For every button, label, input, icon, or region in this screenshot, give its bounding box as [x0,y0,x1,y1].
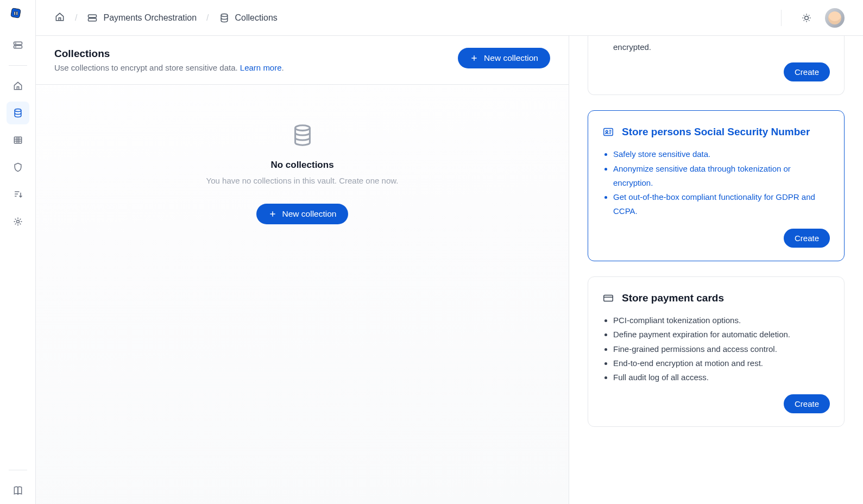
bullet: Get out-of-the-box compliant functionali… [613,190,830,219]
svg-point-6 [15,47,16,47]
nav-item-home[interactable] [7,74,29,97]
empty-state-icon [290,123,315,150]
card-title: Store payment cards [622,290,724,306]
nav-item-vault[interactable] [7,34,29,56]
create-button[interactable]: Create [784,229,830,248]
empty-state: No collections You have no collections i… [36,85,569,504]
button-label: New collection [282,209,337,219]
learn-more-link[interactable]: Learn more [240,63,282,72]
main-panel: Collections Use collections to encrypt a… [36,36,569,504]
nav-divider [9,65,27,66]
new-collection-button[interactable]: New collection [458,48,550,68]
svg-rect-11 [89,18,97,21]
svg-rect-10 [89,15,97,17]
svg-point-7 [15,109,21,112]
nav-item-collections[interactable] [7,102,29,124]
table-icon [12,135,23,146]
create-button[interactable]: Create [784,394,830,413]
nav-item-queries[interactable] [7,183,29,206]
svg-rect-8 [14,137,21,143]
book-icon [12,485,23,496]
id-card-icon [602,126,614,138]
bullet: PCI-compliant tokenization options. [613,313,830,327]
app-logo[interactable] [10,8,26,23]
bullet: Fine-grained permissions and access cont… [613,342,830,356]
breadcrumb-sep: / [206,13,209,23]
breadcrumb-sep: / [75,13,77,23]
server-icon [87,12,98,23]
right-panel: encrypted. Create Store persons Social S… [569,36,863,504]
svg-rect-17 [604,295,613,301]
create-button[interactable]: Create [784,62,830,81]
svg-point-13 [805,16,809,20]
plus-icon [470,54,478,62]
template-card-partial: encrypted. Create [588,36,845,95]
card-fragment-text: encrypted. [613,42,830,52]
topbar: / Payments Orchestration / Collections [36,0,863,36]
empty-state-title: No collections [270,160,333,171]
svg-rect-0 [10,8,21,18]
bullet: Full audit log of all access. [613,370,830,385]
svg-point-14 [295,125,310,131]
svg-rect-1 [14,11,16,15]
nav-divider-bottom [9,470,27,470]
breadcrumbs: / Payments Orchestration / Collections [54,11,278,24]
credit-card-icon [602,292,614,304]
page-title: Collections [54,48,447,60]
breadcrumb-collections[interactable]: Collections [219,12,278,23]
database-icon [219,12,230,23]
filter-sort-icon [12,189,23,200]
sun-icon [801,12,812,23]
button-label: Create [795,399,819,408]
breadcrumb-orchestration[interactable]: Payments Orchestration [87,12,197,23]
bullet: Safely store sensitive data. [613,147,830,161]
breadcrumb-label: Payments Orchestration [103,13,197,23]
avatar-face [828,11,841,24]
new-collection-button-empty[interactable]: New collection [256,204,349,224]
gear-icon [12,216,23,227]
card-title: Store persons Social Security Number [622,124,810,140]
database-icon [12,108,23,118]
svg-point-16 [606,130,608,133]
button-label: Create [795,67,819,77]
server-icon [12,40,23,51]
empty-state-desc: You have no collections in this vault. C… [206,176,399,185]
user-avatar[interactable] [825,8,845,28]
svg-point-9 [16,220,19,223]
button-label: New collection [484,53,538,63]
svg-rect-2 [16,11,18,15]
breadcrumb-home[interactable] [54,11,65,24]
home-icon [54,11,65,22]
bullet: Anonymize sensitive data through tokeniz… [613,162,830,191]
topbar-divider [781,10,782,26]
svg-rect-15 [604,129,613,136]
svg-point-5 [15,43,16,43]
theme-toggle[interactable] [797,8,816,28]
shield-icon [12,162,23,173]
bullet: Define payment expiration for automatic … [613,327,830,342]
page-header: Collections Use collections to encrypt a… [36,36,569,85]
database-icon [290,123,315,148]
button-label: Create [795,234,819,243]
plus-icon [268,210,277,218]
card-bullets: Safely store sensitive data. Anonymize s… [602,147,830,218]
nav-item-docs[interactable] [7,479,29,502]
left-nav-rail [0,0,36,504]
nav-item-tables[interactable] [7,129,29,152]
svg-point-12 [221,14,228,16]
template-card-payment[interactable]: Store payment cards PCI-compliant tokeni… [588,276,845,427]
template-card-ssn[interactable]: Store persons Social Security Number Saf… [588,110,845,261]
breadcrumb-label: Collections [235,13,278,23]
home-icon [12,80,23,91]
nav-item-security[interactable] [7,156,29,179]
nav-item-settings[interactable] [7,210,29,233]
bullet: End-to-end encryption at motion and rest… [613,356,830,370]
page-subtitle: Use collections to encrypt and store sen… [54,63,447,72]
card-bullets: PCI-compliant tokenization options. Defi… [602,313,830,385]
